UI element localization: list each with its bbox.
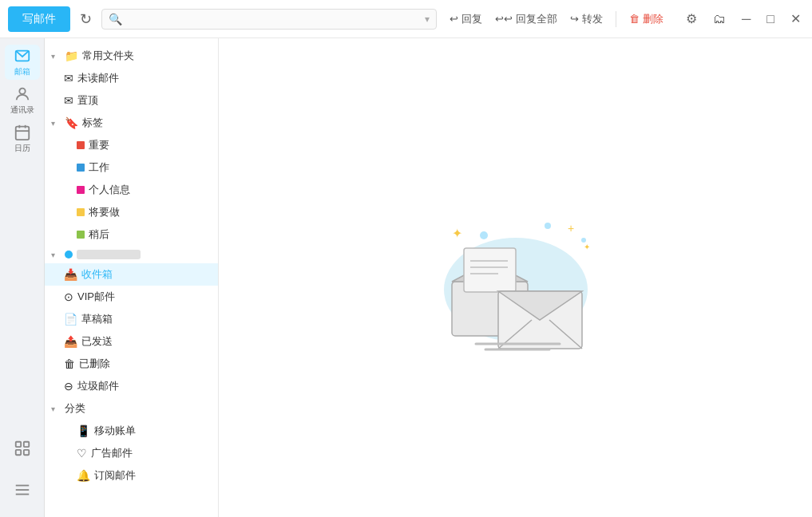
unread-label: 未读邮件 [77, 71, 119, 85]
sidebar-item-unread[interactable]: ✉ 未读邮件 [45, 67, 218, 89]
sidebar-item-vip[interactable]: ⊙ VIP邮件 [45, 286, 218, 308]
save-button[interactable]: 🗂 [710, 10, 729, 28]
sidebar-item-todo[interactable]: 将要做 [45, 201, 218, 223]
delete-button[interactable]: 🗑 删除 [629, 12, 663, 26]
sidebar-item-inbox[interactable]: 📥 收件箱 [45, 263, 218, 286]
minimize-button[interactable]: ─ [739, 10, 754, 28]
expand-icon: ▾ [51, 405, 61, 413]
reply-icon: ↩ [450, 13, 458, 25]
important-label: 重要 [89, 138, 109, 152]
reply-all-icon: ↩↩ [495, 13, 513, 25]
reply-all-button[interactable]: ↩↩ 回复全部 [495, 12, 557, 26]
nav-item-contacts[interactable]: 通讯录 [5, 83, 40, 118]
deleted-label: 已删除 [79, 357, 110, 371]
nav-item-calendar[interactable]: 日历 [5, 121, 40, 156]
expand-icon: ▾ [51, 52, 61, 61]
ad-icon: ♡ [77, 447, 87, 460]
sidebar-item-category[interactable]: ▾ 分类 [45, 397, 218, 420]
common-folders-label: 常用文件夹 [82, 49, 134, 63]
tags-label: 标签 [82, 116, 103, 130]
reply-button[interactable]: ↩ 回复 [450, 12, 482, 26]
nav-menu-button[interactable] [5, 472, 40, 507]
email-illustration: ✦ + ✦ [428, 202, 604, 353]
mail-icon: ✉ [64, 72, 73, 85]
color-dot-work [77, 164, 85, 172]
sparkle-2: + [568, 222, 574, 235]
todo-label: 将要做 [89, 205, 120, 219]
close-button[interactable]: ✕ [787, 10, 804, 28]
sidebar-item-later[interactable]: 稍后 [45, 223, 218, 246]
top-bar: 写邮件 ↻ 🔍 ▾ ↩ 回复 ↩↩ 回复全部 ↪ 转发 🗑 删除 ⚙ 🗂 ─ □… [0, 0, 812, 38]
vip-label: VIP邮件 [77, 290, 115, 304]
sidebar-item-deleted[interactable]: 🗑 已删除 [45, 353, 218, 375]
sidebar-item-drafts[interactable]: 📄 草稿箱 [45, 308, 218, 330]
work-label: 工作 [89, 160, 109, 175]
ads-label: 广告邮件 [91, 446, 133, 460]
sidebar-item-work[interactable]: 工作 [45, 156, 218, 179]
svg-rect-15 [464, 248, 516, 292]
forward-button[interactable]: ↪ 转发 [570, 12, 603, 26]
sidebar-item-spam[interactable]: ⊖ 垃圾邮件 [45, 375, 218, 397]
maximize-button[interactable]: □ [763, 10, 778, 28]
later-label: 稍后 [89, 227, 109, 242]
nav-item-mail[interactable]: 邮箱 [5, 45, 40, 80]
inbox-icon: 📥 [64, 268, 77, 281]
svg-point-1 [19, 89, 25, 94]
expand-icon: ▾ [51, 251, 61, 259]
sidebar-item-important[interactable]: 重要 [45, 134, 218, 156]
folder-icon: 📁 [65, 49, 78, 62]
search-input[interactable] [125, 13, 425, 25]
window-controls: ⚙ 🗂 ─ □ ✕ [683, 10, 804, 28]
sidebar-item-common-folders[interactable]: ▾ 📁 常用文件夹 [45, 45, 218, 67]
drafts-label: 草稿箱 [81, 312, 113, 326]
mobile-bill-label: 移动账单 [94, 424, 136, 438]
subscription-label: 订阅邮件 [94, 468, 136, 483]
search-dropdown-icon[interactable]: ▾ [425, 14, 430, 25]
sidebar-item-tags[interactable]: ▾ 🔖 标签 [45, 112, 218, 134]
sparkle-3: ✦ [584, 243, 590, 251]
nav-mail-label: 邮箱 [14, 66, 30, 77]
spam-label: 垃圾邮件 [77, 379, 119, 393]
bill-icon: 📱 [77, 424, 90, 437]
search-box: 🔍 ▾ [101, 9, 437, 30]
personal-label: 个人信息 [89, 183, 130, 197]
svg-rect-6 [15, 442, 20, 447]
main-layout: 邮箱 通讯录 日历 [0, 38, 812, 517]
sidebar-item-sent[interactable]: 📤 已发送 [45, 330, 218, 353]
color-dot-later [77, 231, 85, 239]
sidebar-item-ads[interactable]: ♡ 广告邮件 [45, 442, 218, 464]
draft-icon: 📄 [64, 313, 77, 326]
sparkle-1: ✦ [452, 227, 462, 240]
expand-icon: ▾ [51, 119, 61, 128]
compose-button[interactable]: 写邮件 [8, 6, 70, 32]
empty-state: ✦ + ✦ [428, 202, 604, 353]
bookmark-icon: 🔖 [65, 116, 78, 129]
sidebar-item-mobile-bill[interactable]: 📱 移动账单 [45, 420, 218, 442]
content-area: ✦ + ✦ [219, 38, 812, 517]
dot-1 [480, 231, 488, 239]
sidebar-item-subscription[interactable]: 🔔 订阅邮件 [45, 464, 218, 487]
dot-4 [581, 238, 586, 243]
svg-rect-8 [15, 450, 20, 455]
vip-icon: ⊙ [64, 290, 73, 303]
deleted-icon: 🗑 [64, 357, 75, 370]
account-avatar [65, 251, 73, 258]
sidebar: ▾ 📁 常用文件夹 ✉ 未读邮件 ✉ 置顶 ▾ 🔖 标签 重要 工作 个人信息 [45, 38, 219, 517]
sent-icon: 📤 [64, 335, 77, 348]
toolbar-actions: ↩ 回复 ↩↩ 回复全部 ↪ 转发 🗑 删除 [450, 11, 663, 27]
nav-apps-button[interactable] [5, 431, 40, 466]
account-name-blurred [77, 250, 141, 259]
sidebar-item-account[interactable]: ▾ [45, 246, 218, 263]
sidebar-item-pinned[interactable]: ✉ 置顶 [45, 89, 218, 112]
svg-rect-7 [23, 442, 28, 447]
nav-contacts-label: 通讯录 [10, 105, 34, 116]
delete-icon: 🗑 [629, 13, 640, 25]
color-dot-personal [77, 186, 85, 194]
nav-calendar-label: 日历 [14, 143, 30, 154]
refresh-button[interactable]: ↻ [77, 7, 95, 31]
sidebar-item-personal[interactable]: 个人信息 [45, 179, 218, 201]
left-nav: 邮箱 通讯录 日历 [0, 38, 45, 517]
spam-icon: ⊖ [64, 380, 73, 393]
sent-label: 已发送 [81, 334, 113, 349]
settings-button[interactable]: ⚙ [683, 10, 700, 28]
